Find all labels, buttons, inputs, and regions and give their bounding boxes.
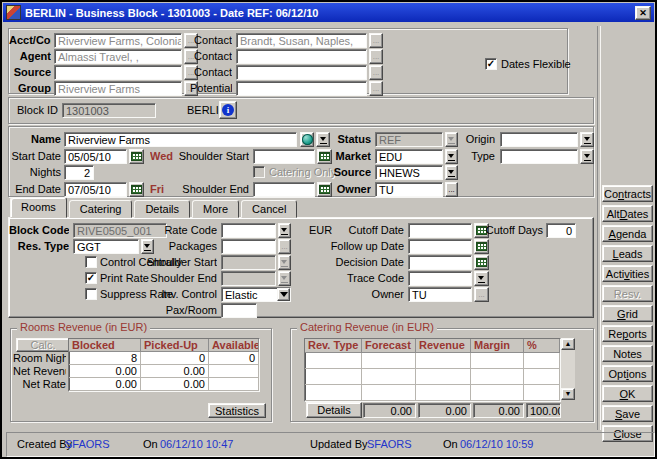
catering-only-checkbox [253, 166, 265, 178]
leads-button[interactable]: Leads [602, 245, 653, 262]
dates-flexible-checkbox[interactable]: ✓ [485, 58, 497, 70]
tab-rooms[interactable]: Rooms [10, 197, 67, 218]
end-date-calendar-button[interactable] [129, 182, 144, 197]
activities-button[interactable]: Activities [602, 265, 653, 282]
grid-button[interactable]: Grid [602, 305, 653, 322]
table-cell [416, 385, 471, 401]
inv-control-dropdown-button[interactable] [277, 288, 290, 301]
nights-field[interactable]: 2 [64, 165, 94, 180]
contact-ellipsis-button[interactable]: ... [369, 65, 383, 80]
market-field[interactable]: EDU [375, 149, 443, 164]
rooms-tab-panel: Block Code RIVE0505_001 Res. Type GGT Co… [8, 217, 594, 318]
checkbox-control-centrally[interactable] [85, 256, 97, 268]
source-label: Source [315, 165, 371, 180]
contact-ellipsis-button[interactable]: ... [369, 33, 383, 48]
tab-details[interactable]: Details [134, 200, 190, 218]
created-by-value: SFAORS [65, 433, 110, 456]
contracts-button[interactable]: Contracts [602, 185, 653, 202]
type-lov-button[interactable] [580, 149, 594, 164]
shoulder-start-field[interactable] [253, 149, 315, 164]
column-header: Margin [471, 339, 524, 353]
pax-room-field[interactable] [221, 303, 257, 318]
owner-ellipsis-button[interactable]: ... [445, 182, 458, 197]
followup-date-field[interactable] [408, 239, 472, 254]
followup-date-calendar-button[interactable] [474, 239, 489, 254]
rt-owner-ellipsis-button[interactable]: ... [474, 287, 489, 302]
contact-field[interactable] [236, 65, 367, 80]
catering-table-scrollbar[interactable]: ▲ ▼ [561, 338, 575, 400]
total-field: 0.00 [473, 403, 524, 418]
table-cell [305, 353, 362, 369]
details-button[interactable]: Details [306, 402, 362, 418]
tab-catering[interactable]: Catering [69, 200, 133, 218]
cutoff-days-field[interactable]: 0 [546, 223, 576, 238]
property-info-button[interactable]: i [219, 101, 237, 119]
inv-control-label: Inv. Control [117, 287, 217, 302]
packages-ellipsis-button[interactable]: ... [278, 239, 291, 254]
contact-ellipsis-button[interactable]: ... [369, 81, 383, 96]
scroll-up-icon[interactable]: ▲ [561, 338, 575, 350]
close-icon[interactable]: ✕ [635, 6, 651, 20]
owner-field[interactable]: TU [375, 182, 443, 197]
contact-field-label: Contact [190, 33, 232, 48]
contact-field-label: Potential [190, 81, 232, 96]
account-field[interactable]: Riverview Farms [54, 81, 182, 96]
statistics-button[interactable]: Statistics [208, 403, 266, 418]
alt-dates-button[interactable]: Alt Dates [602, 205, 653, 222]
tab-more[interactable]: More [192, 200, 239, 218]
account-field[interactable]: Almassi Travel, , [54, 49, 182, 64]
packages-field[interactable] [221, 239, 276, 254]
tab-cancel[interactable]: Cancel [241, 200, 297, 218]
contact-field[interactable] [236, 49, 367, 64]
account-field[interactable]: Riverview Farms, Colonia, 477 550-38 [54, 33, 182, 48]
rt-owner-field[interactable]: TU [408, 287, 472, 302]
agenda-button[interactable]: Agenda [602, 225, 653, 242]
lov-arrow-icon [281, 259, 288, 267]
rate-code-lov-button[interactable] [278, 223, 291, 238]
decision-date-label: Decision Date [304, 255, 404, 270]
shoulder-end-field[interactable] [253, 182, 315, 197]
lov-arrow-icon [281, 275, 288, 283]
type-field[interactable] [500, 149, 578, 164]
options-button[interactable]: Options [602, 365, 653, 382]
cutoff-date-field[interactable] [408, 223, 472, 238]
contact-field[interactable]: Brandt, Susan, Naples, [236, 33, 367, 48]
decision-date-calendar-button[interactable] [474, 255, 489, 270]
start-date-field[interactable]: 05/05/10 [64, 149, 127, 164]
source-lov-button[interactable] [445, 165, 458, 180]
rt-shoulder-start-lov-button [278, 255, 291, 270]
updated-on-value: 06/12/10 10:59 [460, 433, 533, 456]
decision-date-field[interactable] [408, 255, 472, 270]
reports-button[interactable]: Reports [602, 325, 653, 342]
contact-field[interactable] [236, 81, 367, 96]
trace-code-lov-button[interactable] [474, 271, 489, 286]
status-label: Status [315, 132, 371, 147]
side-divider [597, 26, 601, 430]
owner-label: Owner [315, 182, 371, 197]
followup-date-label: Follow up Date [304, 239, 404, 254]
globe-icon [302, 134, 313, 145]
tab-strip: RoomsCateringDetailsMoreCancel [10, 199, 299, 218]
checkbox-print-rate[interactable]: ✓ [85, 272, 97, 284]
account-field[interactable] [54, 65, 182, 80]
save-button[interactable]: Save [602, 405, 653, 422]
origin-field[interactable] [500, 132, 578, 147]
checkbox-suppress-rate[interactable] [85, 288, 97, 300]
name-globe-button[interactable] [300, 132, 314, 147]
end-date-field[interactable]: 07/05/10 [64, 182, 127, 197]
created-by-label: Created By [17, 433, 72, 456]
scroll-down-icon[interactable]: ▼ [561, 388, 575, 400]
source-field[interactable]: HNEWS [375, 165, 443, 180]
updated-by-value: SFAORS [367, 433, 412, 456]
block-id-panel: Block ID 1301003 BERLIN i [8, 97, 594, 124]
info-icon: i [222, 104, 234, 116]
contact-ellipsis-button[interactable]: ... [369, 49, 383, 64]
origin-lov-button[interactable] [580, 132, 594, 147]
ok-button[interactable]: OK [602, 385, 653, 402]
notes-button[interactable]: Notes [602, 345, 653, 362]
table-cell: 0.00 [69, 378, 141, 391]
start-date-calendar-button[interactable] [129, 149, 144, 164]
name-field[interactable]: Riverview Farms [64, 132, 297, 147]
trace-code-field[interactable] [408, 271, 472, 286]
rate-code-field[interactable] [221, 223, 276, 238]
